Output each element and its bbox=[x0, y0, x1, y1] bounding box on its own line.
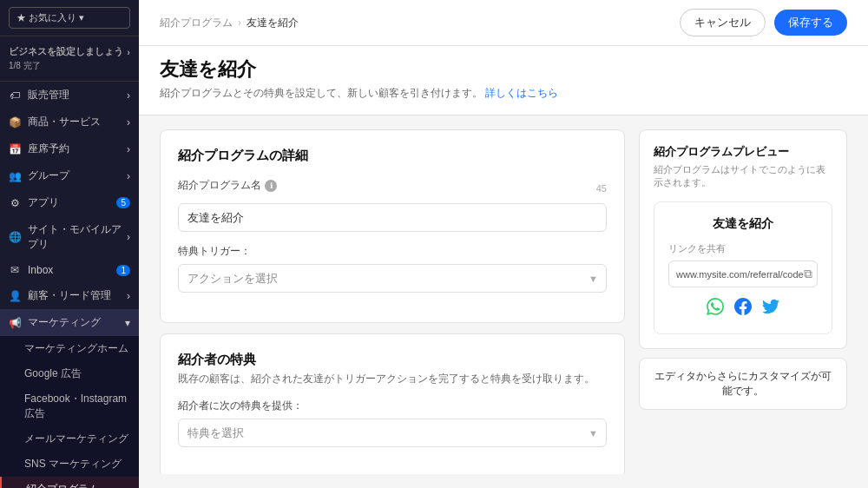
panel-referrer-desc: 既存の顧客は、紹介された友達がトリガーアクションを完了すると特典を受け取ります。 bbox=[178, 372, 607, 386]
facebook-icon[interactable] bbox=[734, 298, 752, 320]
inbox-badge: 1 bbox=[116, 265, 130, 276]
page-header: 友達を紹介 紹介プログラムとその特典を設定して、新しい顧客を引き付けます。 詳し… bbox=[139, 46, 868, 115]
social-icons bbox=[668, 298, 818, 320]
business-section: ビジネスを設定しましょう › 1/8 完了 bbox=[0, 36, 139, 82]
apps-badge: 5 bbox=[116, 197, 130, 208]
trigger-group: 特典トリガー： アクションを選択 ▼ bbox=[178, 244, 607, 293]
sidebar-item-marketing[interactable]: 📢 マーケティング ▾ bbox=[0, 309, 139, 336]
copy-icon[interactable]: ⧉ bbox=[804, 267, 812, 281]
submenu-facebook-ads[interactable]: Facebook・Instagram 広告 bbox=[0, 386, 139, 426]
marketing-icon: 📢 bbox=[9, 317, 21, 329]
trigger-label: 特典トリガー： bbox=[178, 244, 607, 259]
cancel-button[interactable]: キャンセル bbox=[680, 9, 766, 36]
breadcrumb-parent[interactable]: 紹介プログラム bbox=[160, 16, 233, 30]
page-description: 紹介プログラムとその特典を設定して、新しい顧客を引き付けます。 詳しくはこちら bbox=[160, 86, 847, 101]
top-bar: 紹介プログラム › 友達を紹介 キャンセル 保存する bbox=[139, 0, 868, 46]
share-url-text: www.mysite.com/referral/code bbox=[676, 269, 804, 280]
sidebar: ★ お気に入り ▾ ビジネスを設定しましょう › 1/8 完了 🏷 販売管理 ›… bbox=[0, 0, 139, 488]
program-name-label: 紹介プログラム名 ℹ bbox=[178, 178, 277, 193]
sidebar-item-groups[interactable]: 👥 グループ › bbox=[0, 162, 139, 189]
left-panels: 紹介プログラムの詳細 紹介プログラム名 ℹ 45 特典トリガー： bbox=[160, 129, 625, 474]
sidebar-item-inbox[interactable]: ✉ Inbox 1 bbox=[0, 258, 139, 282]
sidebar-item-reservations[interactable]: 📅 座席予約 › bbox=[0, 135, 139, 162]
breadcrumb-current: 友達を紹介 bbox=[247, 16, 299, 30]
apps-icon: ⚙ bbox=[9, 197, 21, 209]
header-actions: キャンセル 保存する bbox=[680, 9, 847, 36]
content-area: 紹介プログラムの詳細 紹介プログラム名 ℹ 45 特典トリガー： bbox=[139, 115, 868, 488]
submenu-marketing-home[interactable]: マーケティングホーム bbox=[0, 336, 139, 361]
referrer-benefit-group: 紹介者に次の特典を提供： 特典を選択 ▼ bbox=[178, 399, 607, 447]
page-title: 友達を紹介 bbox=[160, 56, 847, 82]
referrer-benefit-select-wrapper: 特典を選択 ▼ bbox=[178, 419, 607, 447]
preview-card: 紹介プログラムプレビュー 紹介プログラムはサイトでこのように表示されます。 友達… bbox=[639, 129, 847, 349]
panel-program-details: 紹介プログラムの詳細 紹介プログラム名 ℹ 45 特典トリガー： bbox=[160, 129, 625, 323]
submenu-referral[interactable]: 紹介プログラム bbox=[0, 477, 139, 488]
referrer-benefit-label: 紹介者に次の特典を提供： bbox=[178, 399, 607, 413]
twitter-icon[interactable] bbox=[762, 298, 779, 320]
reservations-icon: 📅 bbox=[9, 143, 21, 155]
preview-inner-title: 友達を紹介 bbox=[668, 216, 818, 232]
main-content: 紹介プログラム › 友達を紹介 キャンセル 保存する 友達を紹介 紹介プログラム… bbox=[139, 0, 868, 488]
panel-details-title: 紹介プログラムの詳細 bbox=[178, 148, 607, 164]
whatsapp-icon[interactable] bbox=[707, 298, 724, 320]
char-count: 45 bbox=[596, 183, 607, 194]
program-name-input[interactable] bbox=[178, 203, 607, 232]
share-label: リンクを共有 bbox=[668, 242, 818, 255]
right-panel: 紹介プログラムプレビュー 紹介プログラムはサイトでこのように表示されます。 友達… bbox=[639, 129, 847, 474]
trigger-select[interactable]: アクションを選択 bbox=[178, 264, 607, 293]
preview-title: 紹介プログラムプレビュー bbox=[654, 144, 832, 160]
editor-customize-button[interactable]: エディタからさらにカスタマイズが可能です。 bbox=[639, 358, 847, 410]
breadcrumb-sep: › bbox=[238, 16, 241, 29]
submenu-email-marketing[interactable]: メールマーケティング bbox=[0, 426, 139, 452]
share-url-box: www.mysite.com/referral/code ⧉ bbox=[668, 260, 818, 287]
info-icon: ℹ bbox=[265, 180, 277, 192]
preview-inner: 友達を紹介 リンクを共有 www.mysite.com/referral/cod… bbox=[654, 201, 832, 334]
submenu-google-ads[interactable]: Google 広告 bbox=[0, 361, 139, 386]
inbox-icon: ✉ bbox=[9, 264, 21, 276]
sidebar-item-crm[interactable]: 👤 顧客・リード管理 › bbox=[0, 282, 139, 309]
submenu-sns-marketing[interactable]: SNS マーケティング bbox=[0, 452, 139, 477]
panel-referrer-benefit: 紹介者の特典 既存の顧客は、紹介された友達がトリガーアクションを完了すると特典を… bbox=[160, 333, 625, 474]
progress-text: 1/8 完了 bbox=[9, 60, 130, 72]
panel-referrer-title: 紹介者の特典 bbox=[178, 352, 607, 368]
products-icon: 📦 bbox=[9, 116, 21, 129]
sidebar-item-sales[interactable]: 🏷 販売管理 › bbox=[0, 82, 139, 109]
learn-more-link[interactable]: 詳しくはこちら bbox=[485, 87, 558, 99]
referrer-benefit-select[interactable]: 特典を選択 bbox=[178, 419, 607, 447]
save-button[interactable]: 保存する bbox=[774, 10, 847, 36]
program-name-group: 紹介プログラム名 ℹ 45 bbox=[178, 178, 607, 232]
preview-desc: 紹介プログラムはサイトでこのように表示されます。 bbox=[654, 163, 832, 189]
sidebar-item-apps[interactable]: ⚙ アプリ 5 bbox=[0, 189, 139, 216]
crm-icon: 👤 bbox=[9, 290, 21, 302]
trigger-select-wrapper: アクションを選択 ▼ bbox=[178, 264, 607, 293]
marketing-submenu: マーケティングホーム Google 広告 Facebook・Instagram … bbox=[0, 336, 139, 488]
sidebar-top: ★ お気に入り ▾ bbox=[0, 0, 139, 36]
breadcrumb: 紹介プログラム › 友達を紹介 bbox=[160, 16, 299, 30]
business-setup-title[interactable]: ビジネスを設定しましょう › bbox=[9, 45, 130, 58]
sales-icon: 🏷 bbox=[9, 89, 21, 102]
sidebar-item-products[interactable]: 📦 商品・サービス › bbox=[0, 109, 139, 135]
site-icon: 🌐 bbox=[9, 231, 21, 243]
groups-icon: 👥 bbox=[9, 170, 21, 182]
favorites-button[interactable]: ★ お気に入り ▾ bbox=[9, 7, 130, 29]
sidebar-item-site[interactable]: 🌐 サイト・モバイルアプリ › bbox=[0, 216, 139, 258]
